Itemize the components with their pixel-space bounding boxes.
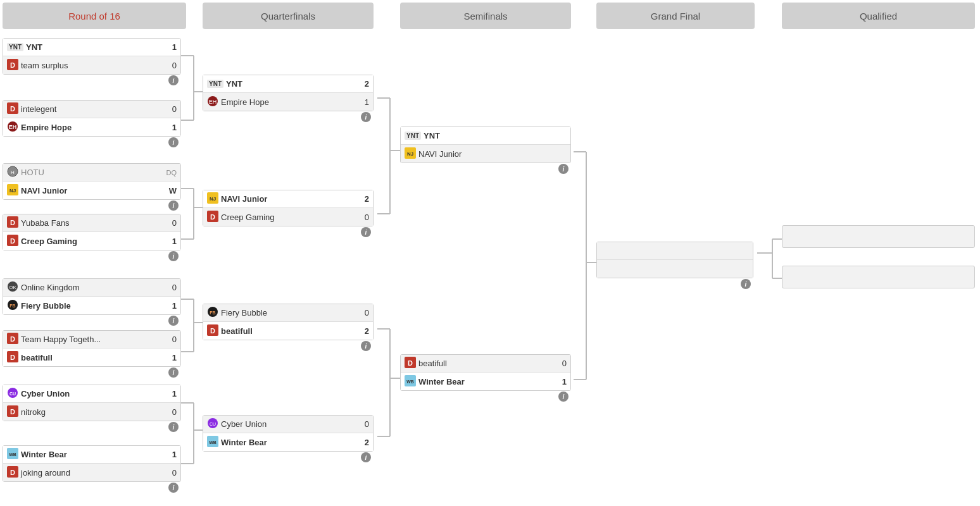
svg-text:NJ: NJ [9,188,16,194]
info-icon[interactable]: i [361,341,371,351]
svg-text:D: D [210,327,215,335]
svg-text:WB: WB [9,452,16,457]
svg-text:H: H [11,170,15,175]
qualified-slot-1 [782,225,975,248]
info-icon[interactable]: i [168,201,179,211]
info-icon[interactable]: i [168,422,179,432]
info-icon[interactable]: i [168,251,179,261]
header-gf: Grand Final [596,3,755,29]
logo-navi: NJ [405,147,416,161]
logo-fiery: FB [207,306,218,319]
logo-empire: EH [7,121,18,134]
svg-text:WB: WB [209,440,217,445]
info-icon[interactable]: i [168,316,179,326]
svg-text:NJ: NJ [210,196,216,202]
svg-text:D: D [408,359,413,367]
svg-text:D: D [10,408,15,416]
svg-text:NJ: NJ [407,151,413,157]
qf-match-1: YNT YNT 2 EH Empire Hope 1 i [203,75,374,123]
header-r16: Round of 16 [3,3,186,29]
logo-dota: D [207,211,218,224]
logo-dota: D [7,102,18,116]
logo-navi: NJ [207,192,218,206]
logo-ynt: YNT [405,132,421,140]
logo-dota: D [7,351,18,364]
svg-text:FB: FB [9,304,15,308]
svg-text:D: D [10,237,15,245]
svg-text:D: D [10,335,15,343]
logo-dota: D [7,405,18,419]
logo-cyber: CU [207,417,218,431]
info-icon[interactable]: i [168,75,179,85]
logo-dota: D [7,59,18,72]
qf-match-3: FB Fiery Bubble 0 D beatifull 2 i [203,304,374,352]
gf-match: i [596,242,753,290]
logo-dota: D [405,357,416,370]
logo-fiery: FB [7,299,18,312]
logo-dota: D [7,333,18,346]
r16-match-8: WB Winter Bear 1 D joking around 0 i [3,445,181,493]
info-icon[interactable]: i [558,164,569,174]
r16-match-3: H HOTU DQ NJ NAVI Junior W i [3,163,181,211]
r16-match-5: OK Online Kingdom 0 FB Fiery Bubble 1 i [3,278,181,326]
header-qf: Quarterfinals [203,3,374,29]
header-qualified: Qualified [782,3,975,29]
logo-navi: NJ [7,184,18,197]
r16-match-1: YNT YNT 1 D team surplus 0 i [3,38,181,86]
bracket-container: Round of 16 Quarterfinals Semifinals Gra… [0,0,980,506]
qualified-slot-2 [782,266,975,288]
logo-winter: WB [207,436,218,449]
svg-text:D: D [10,469,15,476]
svg-text:D: D [210,213,215,221]
svg-text:CU: CU [210,422,216,426]
info-icon[interactable]: i [361,452,371,462]
logo-ynt: YNT [207,80,223,88]
logo-dota: D [7,235,18,248]
svg-text:FB: FB [210,311,215,315]
info-icon[interactable]: i [168,137,179,147]
svg-text:OK: OK [9,285,16,290]
info-icon[interactable]: i [168,367,179,378]
info-icon[interactable]: i [168,483,179,493]
svg-text:D: D [10,219,15,226]
r16-match-4: D Yubaba Fans 0 D Creep Gaming 1 i [3,214,181,262]
r16-match-6: D Team Happy Togeth... 0 D beatifull 1 i [3,330,181,378]
sf-match-2: D beatifull 0 WB Winter Bear 1 i [400,354,571,402]
logo-ynt: YNT [7,43,23,51]
svg-text:D: D [10,105,15,113]
header-sf: Semifinals [400,3,571,29]
logo-dota: D [7,466,18,479]
svg-text:EH: EH [9,124,17,130]
logo-dota: D [207,324,218,338]
logo-dota: D [7,216,18,230]
logo-winter: WB [405,375,416,388]
logo-winter: WB [7,448,18,461]
svg-text:WB: WB [406,379,414,384]
svg-text:D: D [10,354,15,361]
qf-match-2: NJ NAVI Junior 2 D Creep Gaming 0 i [203,190,374,238]
info-icon[interactable]: i [361,112,371,122]
info-icon[interactable]: i [741,279,751,289]
r16-match-2: D intelegent 0 EH Empire Hope 1 i [3,100,181,148]
info-icon[interactable]: i [558,392,569,402]
qf-match-4: CU Cyber Union 0 WB Winter Bear 2 i [203,415,374,463]
logo-circle: H [7,166,18,179]
logo-kingdom: OK [7,281,18,294]
info-icon[interactable]: i [361,227,371,237]
sf-match-1: YNT YNT NJ NAVI Junior i [400,126,571,175]
logo-cyber: CU [7,387,18,400]
svg-text:CU: CU [9,392,16,396]
svg-text:D: D [10,61,15,69]
r16-match-7: CU Cyber Union 1 D nitrokg 0 i [3,385,181,433]
logo-empire: EH [207,96,218,109]
svg-text:EH: EH [209,99,217,105]
